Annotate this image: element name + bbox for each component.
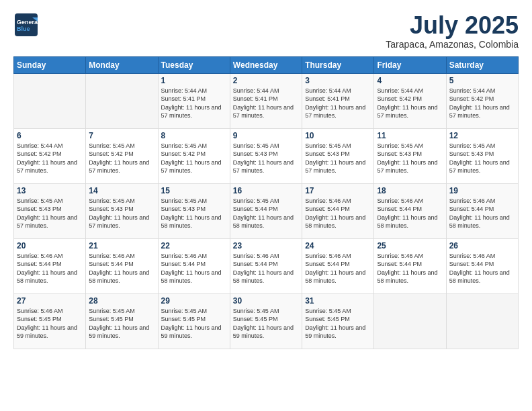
day-info: Sunrise: 5:45 AMSunset: 5:45 PMDaylight:… [89, 307, 154, 340]
weekday-header-saturday: Saturday [446, 56, 518, 73]
calendar-cell: 9Sunrise: 5:45 AMSunset: 5:43 PMDaylight… [230, 128, 302, 183]
calendar-cell: 1Sunrise: 5:44 AMSunset: 5:41 PMDaylight… [158, 73, 230, 128]
calendar-cell: 2Sunrise: 5:44 AMSunset: 5:41 PMDaylight… [230, 73, 302, 128]
day-number: 12 [449, 131, 515, 140]
weekday-header-monday: Monday [86, 56, 158, 73]
calendar-cell: 16Sunrise: 5:45 AMSunset: 5:44 PMDayligh… [230, 183, 302, 238]
calendar-cell: 17Sunrise: 5:46 AMSunset: 5:44 PMDayligh… [302, 183, 374, 238]
day-info: Sunrise: 5:46 AMSunset: 5:44 PMDaylight:… [449, 197, 515, 230]
calendar-cell: 5Sunrise: 5:44 AMSunset: 5:42 PMDaylight… [446, 73, 518, 128]
day-info: Sunrise: 5:44 AMSunset: 5:41 PMDaylight:… [305, 87, 371, 120]
day-info: Sunrise: 5:46 AMSunset: 5:44 PMDaylight:… [305, 197, 371, 230]
calendar-cell [14, 73, 86, 128]
day-number: 21 [89, 241, 154, 250]
day-number: 15 [161, 186, 227, 195]
weekday-header-thursday: Thursday [302, 56, 374, 73]
logo-icon: General Blue [13, 12, 39, 38]
day-info: Sunrise: 5:45 AMSunset: 5:45 PMDaylight:… [161, 307, 227, 340]
day-info: Sunrise: 5:46 AMSunset: 5:44 PMDaylight:… [377, 252, 443, 285]
day-number: 19 [449, 186, 515, 195]
day-number: 4 [377, 76, 443, 85]
calendar-cell: 25Sunrise: 5:46 AMSunset: 5:44 PMDayligh… [374, 238, 446, 293]
day-info: Sunrise: 5:46 AMSunset: 5:44 PMDaylight:… [449, 252, 515, 285]
day-number: 27 [17, 296, 83, 306]
calendar-table: SundayMondayTuesdayWednesdayThursdayFrid… [13, 56, 519, 349]
day-number: 24 [305, 241, 371, 250]
day-info: Sunrise: 5:46 AMSunset: 5:44 PMDaylight:… [89, 252, 154, 285]
calendar-cell: 20Sunrise: 5:46 AMSunset: 5:44 PMDayligh… [14, 238, 86, 293]
day-info: Sunrise: 5:45 AMSunset: 5:43 PMDaylight:… [89, 197, 154, 230]
title-block: July 2025 Tarapaca, Amazonas, Colombia [386, 12, 519, 50]
week-row-1: 1Sunrise: 5:44 AMSunset: 5:41 PMDaylight… [14, 73, 519, 128]
day-info: Sunrise: 5:44 AMSunset: 5:41 PMDaylight:… [161, 87, 227, 120]
day-number: 30 [233, 296, 299, 306]
day-number: 7 [89, 131, 154, 140]
day-info: Sunrise: 5:46 AMSunset: 5:44 PMDaylight:… [377, 197, 443, 230]
day-number: 6 [17, 131, 83, 140]
day-info: Sunrise: 5:46 AMSunset: 5:45 PMDaylight:… [17, 307, 83, 340]
day-info: Sunrise: 5:45 AMSunset: 5:44 PMDaylight:… [233, 197, 299, 230]
calendar-cell: 8Sunrise: 5:45 AMSunset: 5:42 PMDaylight… [158, 128, 230, 183]
calendar-cell: 27Sunrise: 5:46 AMSunset: 5:45 PMDayligh… [14, 293, 86, 349]
day-number: 10 [305, 131, 371, 140]
day-number: 20 [17, 241, 83, 250]
day-info: Sunrise: 5:45 AMSunset: 5:42 PMDaylight:… [89, 142, 154, 175]
day-number: 22 [161, 241, 227, 250]
day-info: Sunrise: 5:46 AMSunset: 5:44 PMDaylight:… [305, 252, 371, 285]
day-info: Sunrise: 5:46 AMSunset: 5:44 PMDaylight:… [161, 252, 227, 285]
day-number: 16 [233, 186, 299, 195]
day-number: 31 [305, 296, 371, 306]
day-number: 9 [233, 131, 299, 140]
day-number: 5 [449, 76, 515, 85]
day-info: Sunrise: 5:46 AMSunset: 5:44 PMDaylight:… [233, 252, 299, 285]
svg-text:Blue: Blue [17, 26, 30, 32]
calendar-cell: 22Sunrise: 5:46 AMSunset: 5:44 PMDayligh… [158, 238, 230, 293]
day-number: 14 [89, 186, 154, 195]
day-info: Sunrise: 5:45 AMSunset: 5:45 PMDaylight:… [305, 307, 371, 340]
calendar-cell: 14Sunrise: 5:45 AMSunset: 5:43 PMDayligh… [86, 183, 158, 238]
weekday-header-row: SundayMondayTuesdayWednesdayThursdayFrid… [14, 56, 519, 73]
day-info: Sunrise: 5:45 AMSunset: 5:43 PMDaylight:… [161, 197, 227, 230]
weekday-header-sunday: Sunday [14, 56, 86, 73]
month-title: July 2025 [386, 12, 519, 39]
day-number: 18 [377, 186, 443, 195]
day-number: 29 [161, 296, 227, 306]
week-row-3: 13Sunrise: 5:45 AMSunset: 5:43 PMDayligh… [14, 183, 519, 238]
calendar-cell: 18Sunrise: 5:46 AMSunset: 5:44 PMDayligh… [374, 183, 446, 238]
day-number: 23 [233, 241, 299, 250]
day-info: Sunrise: 5:44 AMSunset: 5:41 PMDaylight:… [233, 87, 299, 120]
calendar-cell: 3Sunrise: 5:44 AMSunset: 5:41 PMDaylight… [302, 73, 374, 128]
calendar-cell: 6Sunrise: 5:44 AMSunset: 5:42 PMDaylight… [14, 128, 86, 183]
calendar-cell: 13Sunrise: 5:45 AMSunset: 5:43 PMDayligh… [14, 183, 86, 238]
day-number: 13 [17, 186, 83, 195]
day-info: Sunrise: 5:45 AMSunset: 5:43 PMDaylight:… [233, 142, 299, 175]
day-number: 3 [305, 76, 371, 85]
calendar-cell: 28Sunrise: 5:45 AMSunset: 5:45 PMDayligh… [86, 293, 158, 349]
day-info: Sunrise: 5:45 AMSunset: 5:43 PMDaylight:… [377, 142, 443, 175]
day-number: 26 [449, 241, 515, 250]
calendar-cell: 19Sunrise: 5:46 AMSunset: 5:44 PMDayligh… [446, 183, 518, 238]
calendar-cell [374, 293, 446, 349]
calendar-cell: 12Sunrise: 5:45 AMSunset: 5:43 PMDayligh… [446, 128, 518, 183]
day-info: Sunrise: 5:44 AMSunset: 5:42 PMDaylight:… [377, 87, 443, 120]
header: General Blue July 2025 Tarapaca, Amazona… [13, 12, 519, 50]
day-number: 25 [377, 241, 443, 250]
day-info: Sunrise: 5:45 AMSunset: 5:42 PMDaylight:… [161, 142, 227, 175]
day-info: Sunrise: 5:45 AMSunset: 5:43 PMDaylight:… [17, 197, 83, 230]
location-subtitle: Tarapaca, Amazonas, Colombia [386, 39, 519, 50]
day-number: 28 [89, 296, 154, 306]
day-number: 8 [161, 131, 227, 140]
week-row-5: 27Sunrise: 5:46 AMSunset: 5:45 PMDayligh… [14, 293, 519, 349]
day-number: 17 [305, 186, 371, 195]
day-number: 11 [377, 131, 443, 140]
calendar-cell: 26Sunrise: 5:46 AMSunset: 5:44 PMDayligh… [446, 238, 518, 293]
day-number: 2 [233, 76, 299, 85]
weekday-header-tuesday: Tuesday [158, 56, 230, 73]
day-number: 1 [161, 76, 227, 85]
calendar-cell: 11Sunrise: 5:45 AMSunset: 5:43 PMDayligh… [374, 128, 446, 183]
day-info: Sunrise: 5:46 AMSunset: 5:44 PMDaylight:… [17, 252, 83, 285]
calendar-cell: 10Sunrise: 5:45 AMSunset: 5:43 PMDayligh… [302, 128, 374, 183]
calendar-cell: 7Sunrise: 5:45 AMSunset: 5:42 PMDaylight… [86, 128, 158, 183]
calendar-cell [446, 293, 518, 349]
calendar-cell [86, 73, 158, 128]
